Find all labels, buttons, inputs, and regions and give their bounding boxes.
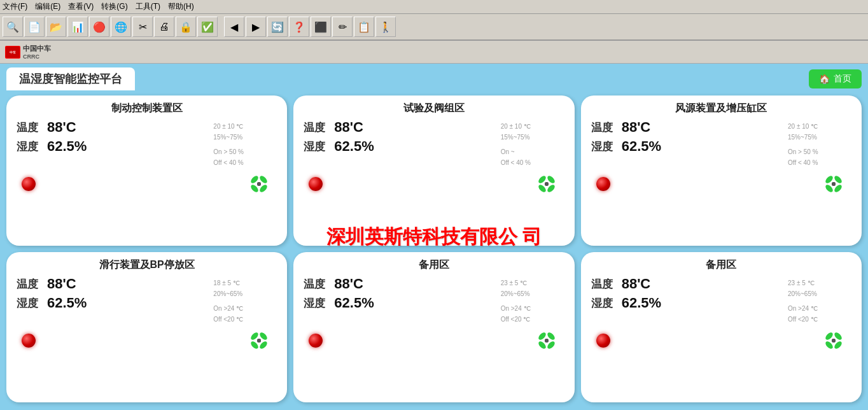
panel-panel1: 制动控制装置区 温度 88'C 湿度 62.5% 20 ± 10 ℃ 15%~7…	[6, 95, 287, 246]
on-hint-3: On >24 ℃	[213, 304, 277, 313]
header-row: 中车 中国中车 CRRC	[0, 41, 868, 64]
svg-point-7	[257, 182, 261, 186]
panel-body-3: 温度 88'C 湿度 62.5% 18 ± 5 ℃ 20%~65% On >24…	[17, 276, 277, 324]
home-button[interactable]: 🏠 首页	[809, 69, 862, 88]
fan-icon-1	[534, 171, 559, 197]
tool-stop[interactable]: ⬛	[311, 17, 331, 37]
temp-label-2: 温度	[591, 120, 619, 135]
tool-red1[interactable]: 🔴	[89, 17, 109, 37]
temp-range-2: 20 ± 10 ℃	[788, 122, 851, 131]
tool-search[interactable]: 🔍	[3, 17, 23, 37]
panel-body-2: 温度 88'C 湿度 62.5% 20 ± 10 ℃ 15%~75% On > …	[591, 119, 851, 167]
panel-body-4: 温度 88'C 湿度 62.5% 23 ± 5 ℃ 20%~65% On >24…	[304, 276, 564, 324]
temp-label-3: 温度	[17, 277, 45, 292]
humi-label-5: 湿度	[591, 296, 619, 311]
svg-point-31	[545, 339, 549, 343]
humi-label-3: 湿度	[17, 296, 45, 311]
tool-cut[interactable]: ✂	[132, 17, 153, 37]
fan-icon-4	[534, 328, 559, 353]
tool-back[interactable]: ◀	[224, 17, 244, 37]
humi-row-3: 湿度 62.5%	[17, 295, 211, 311]
led-indicator-3	[22, 334, 36, 348]
panel-panel3: 风源装置及增压缸区 温度 88'C 湿度 62.5% 20 ± 10 ℃ 15%…	[581, 95, 862, 246]
tool-help[interactable]: ❓	[289, 17, 309, 37]
fan-icon-0	[246, 171, 272, 197]
humi-label-0: 湿度	[17, 139, 45, 154]
platform-title: 温湿度智能监控平台	[6, 67, 135, 90]
panel-hints-2: 20 ± 10 ℃ 15%~75% On > 50 % Off < 40 %	[788, 119, 851, 167]
tool-open[interactable]: 📂	[46, 17, 66, 37]
tool-new[interactable]: 📄	[24, 17, 45, 37]
humi-label-1: 湿度	[304, 139, 332, 154]
panel-hints-3: 18 ± 5 ℃ 20%~65% On >24 ℃ Off <20 ℃	[213, 276, 277, 324]
temp-label-0: 温度	[17, 120, 45, 135]
panel-body-5: 温度 88'C 湿度 62.5% 23 ± 5 ℃ 20%~65% On >24…	[591, 276, 851, 324]
panel-title-2: 风源装置及增压缸区	[591, 102, 851, 115]
temp-value-3: 88'C	[47, 276, 76, 292]
humi-row-2: 湿度 62.5%	[591, 138, 785, 155]
on-hint-0: On > 50 %	[213, 147, 277, 157]
led-indicator-2	[596, 177, 610, 191]
fan-icon-5	[821, 328, 846, 353]
humi-row-5: 湿度 62.5%	[591, 295, 785, 311]
on-hint-5: On >24 ℃	[788, 304, 851, 313]
led-indicator-5	[596, 334, 610, 348]
off-hint-4: Off <20 ℃	[501, 315, 564, 324]
menu-convert[interactable]: 转换(G)	[101, 1, 127, 12]
tool-chart[interactable]: 📊	[67, 17, 88, 37]
panel-title-3: 滑行装置及BP停放区	[17, 258, 277, 272]
humi-value-5: 62.5%	[622, 295, 661, 311]
led-indicator-1	[309, 177, 323, 191]
temp-label-5: 温度	[591, 277, 619, 292]
logo-icon: 中车	[5, 46, 20, 59]
tool-print[interactable]: 🖨	[154, 17, 174, 37]
tool-forward[interactable]: ▶	[246, 17, 266, 37]
logo-area: 中车 中国中车 CRRC	[5, 44, 51, 60]
tool-edit[interactable]: ✏	[332, 17, 353, 37]
fan-icon-2	[821, 171, 846, 197]
temp-row-2: 温度 88'C	[591, 119, 785, 136]
panels-grid: 制动控制装置区 温度 88'C 湿度 62.5% 20 ± 10 ℃ 15%~7…	[6, 95, 862, 402]
panel-panel4: 滑行装置及BP停放区 温度 88'C 湿度 62.5% 18 ± 5 ℃ 20%…	[6, 252, 287, 402]
title-bar: 温湿度智能监控平台 🏠 首页	[6, 67, 862, 90]
panel-data-5: 温度 88'C 湿度 62.5%	[591, 276, 785, 324]
temp-value-4: 88'C	[334, 276, 363, 292]
panel-hints-4: 23 ± 5 ℃ 20%~65% On >24 ℃ Off <20 ℃	[501, 276, 564, 324]
menu-help[interactable]: 帮助(H)	[168, 1, 194, 12]
humi-label-4: 湿度	[304, 296, 332, 311]
menu-tools[interactable]: 工具(T)	[136, 1, 160, 12]
menu-view[interactable]: 查看(V)	[68, 1, 94, 12]
panel-bottom-2	[591, 171, 851, 197]
panel-title-5: 备用区	[591, 258, 851, 272]
tool-person[interactable]: 🚶	[375, 17, 396, 37]
panel-bottom-1	[304, 171, 564, 197]
tool-refresh[interactable]: 🔄	[267, 17, 288, 37]
fan-icon-3	[246, 328, 272, 353]
temp-value-2: 88'C	[622, 119, 651, 136]
tool-web[interactable]: 🌐	[111, 17, 131, 37]
tool-lock[interactable]: 🔒	[176, 17, 196, 37]
humi-value-2: 62.5%	[622, 138, 661, 155]
panel-hints-0: 20 ± 10 ℃ 15%~75% On > 50 % Off < 40 %	[213, 119, 277, 167]
tool-check[interactable]: ✅	[197, 17, 218, 37]
humi-row-4: 湿度 62.5%	[304, 295, 498, 311]
off-hint-1: Off < 40 %	[501, 158, 564, 167]
panel-bottom-4	[304, 328, 564, 353]
panel-panel2: 试验及阀组区 温度 88'C 湿度 62.5% 20 ± 10 ℃ 15%~75…	[293, 95, 574, 246]
temp-row-1: 温度 88'C	[304, 119, 498, 136]
panel-bottom-0	[17, 171, 277, 197]
humi-range-1: 15%~75%	[501, 132, 564, 142]
menu-file[interactable]: 文件(F)	[3, 1, 27, 12]
panel-body-0: 温度 88'C 湿度 62.5% 20 ± 10 ℃ 15%~75% On > …	[17, 119, 277, 167]
temp-range-5: 23 ± 5 ℃	[788, 278, 851, 288]
off-hint-3: Off <20 ℃	[213, 315, 277, 324]
tool-copy[interactable]: 📋	[354, 17, 374, 37]
temp-row-4: 温度 88'C	[304, 276, 498, 292]
panel-data-2: 温度 88'C 湿度 62.5%	[591, 119, 785, 167]
panel-data-3: 温度 88'C 湿度 62.5%	[17, 276, 211, 324]
led-indicator-4	[309, 334, 323, 348]
menu-edit[interactable]: 编辑(E)	[35, 1, 60, 12]
home-label: 首页	[834, 73, 851, 85]
humi-row-0: 湿度 62.5%	[17, 138, 211, 155]
humi-value-3: 62.5%	[47, 295, 87, 311]
